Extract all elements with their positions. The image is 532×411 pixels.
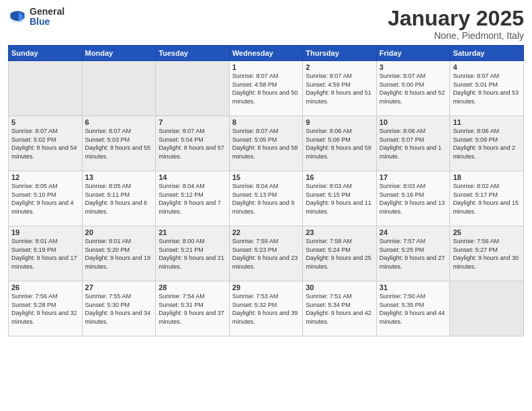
- calendar-cell: 25Sunrise: 7:56 AM Sunset: 5:27 PM Dayli…: [450, 226, 524, 281]
- calendar-cell: 2Sunrise: 8:07 AM Sunset: 4:59 PM Daylig…: [303, 61, 377, 116]
- calendar-cell: 31Sunrise: 7:50 AM Sunset: 5:35 PM Dayli…: [376, 281, 450, 336]
- calendar-cell: 24Sunrise: 7:57 AM Sunset: 5:25 PM Dayli…: [376, 226, 450, 281]
- page-container: General Blue January 2025 None, Piedmont…: [0, 0, 532, 342]
- header-friday: Friday: [376, 46, 450, 61]
- day-number: 8: [232, 118, 300, 126]
- calendar-cell: 26Sunrise: 7:56 AM Sunset: 5:28 PM Dayli…: [9, 281, 83, 336]
- day-info: Sunrise: 7:53 AM Sunset: 5:32 PM Dayligh…: [232, 292, 300, 326]
- calendar-cell: 11Sunrise: 8:06 AM Sunset: 5:09 PM Dayli…: [450, 116, 524, 171]
- day-info: Sunrise: 7:57 AM Sunset: 5:25 PM Dayligh…: [380, 237, 447, 271]
- logo-general-text: General: [30, 7, 64, 17]
- calendar-cell: 15Sunrise: 8:04 AM Sunset: 5:13 PM Dayli…: [229, 171, 303, 226]
- day-number: 29: [232, 283, 300, 291]
- day-info: Sunrise: 7:56 AM Sunset: 5:27 PM Dayligh…: [453, 237, 521, 271]
- day-info: Sunrise: 8:07 AM Sunset: 5:01 PM Dayligh…: [453, 72, 521, 105]
- calendar-cell: 9Sunrise: 8:06 AM Sunset: 5:06 PM Daylig…: [303, 116, 377, 171]
- day-number: 16: [306, 173, 373, 181]
- day-number: 17: [380, 173, 447, 181]
- day-number: 10: [380, 118, 447, 126]
- logo: General Blue: [8, 7, 64, 28]
- day-info: Sunrise: 7:55 AM Sunset: 5:30 PM Dayligh…: [85, 292, 153, 326]
- day-number: 27: [85, 283, 153, 291]
- calendar-cell: 29Sunrise: 7:53 AM Sunset: 5:32 PM Dayli…: [229, 281, 303, 336]
- day-number: 20: [85, 228, 153, 236]
- day-number: 11: [453, 118, 521, 126]
- header-wednesday: Wednesday: [229, 46, 303, 61]
- calendar-cell: 27Sunrise: 7:55 AM Sunset: 5:30 PM Dayli…: [82, 281, 156, 336]
- day-info: Sunrise: 8:01 AM Sunset: 5:20 PM Dayligh…: [85, 237, 153, 271]
- day-info: Sunrise: 8:07 AM Sunset: 4:58 PM Dayligh…: [232, 72, 300, 105]
- calendar-cell: 22Sunrise: 7:59 AM Sunset: 5:23 PM Dayli…: [229, 226, 303, 281]
- day-info: Sunrise: 8:06 AM Sunset: 5:07 PM Dayligh…: [380, 127, 447, 161]
- day-info: Sunrise: 7:50 AM Sunset: 5:35 PM Dayligh…: [380, 292, 447, 326]
- day-info: Sunrise: 8:07 AM Sunset: 5:00 PM Dayligh…: [380, 72, 447, 105]
- day-number: 2: [306, 63, 373, 71]
- header-thursday: Thursday: [303, 46, 377, 61]
- day-info: Sunrise: 8:07 AM Sunset: 5:04 PM Dayligh…: [159, 127, 226, 161]
- day-number: 25: [453, 228, 521, 236]
- calendar-cell: 13Sunrise: 8:05 AM Sunset: 5:11 PM Dayli…: [82, 171, 156, 226]
- day-number: 7: [159, 118, 226, 126]
- week-row-2: 5Sunrise: 8:07 AM Sunset: 5:02 PM Daylig…: [9, 116, 524, 171]
- day-number: 22: [232, 228, 300, 236]
- calendar-cell: [450, 281, 524, 336]
- calendar-cell: [9, 61, 83, 116]
- day-number: 9: [306, 118, 373, 126]
- header-tuesday: Tuesday: [156, 46, 230, 61]
- calendar-cell: 12Sunrise: 8:05 AM Sunset: 5:10 PM Dayli…: [9, 171, 83, 226]
- day-info: Sunrise: 8:07 AM Sunset: 5:02 PM Dayligh…: [11, 127, 79, 161]
- header-saturday: Saturday: [450, 46, 524, 61]
- day-info: Sunrise: 8:07 AM Sunset: 5:05 PM Dayligh…: [232, 127, 300, 161]
- location: None, Piedmont, Italy: [388, 30, 524, 41]
- header-sunday: Sunday: [9, 46, 83, 61]
- month-title: January 2025: [388, 7, 524, 30]
- day-info: Sunrise: 8:05 AM Sunset: 5:11 PM Dayligh…: [85, 182, 153, 216]
- day-number: 6: [85, 118, 153, 126]
- calendar-cell: [82, 61, 156, 116]
- calendar-cell: 20Sunrise: 8:01 AM Sunset: 5:20 PM Dayli…: [82, 226, 156, 281]
- logo-icon: [8, 7, 27, 26]
- day-number: 3: [380, 63, 447, 71]
- day-number: 21: [159, 228, 226, 236]
- calendar-cell: 30Sunrise: 7:51 AM Sunset: 5:34 PM Dayli…: [303, 281, 377, 336]
- day-number: 5: [11, 118, 79, 126]
- day-info: Sunrise: 8:04 AM Sunset: 5:12 PM Dayligh…: [159, 182, 226, 216]
- day-info: Sunrise: 8:05 AM Sunset: 5:10 PM Dayligh…: [11, 182, 79, 216]
- day-number: 26: [11, 283, 79, 291]
- calendar-cell: 4Sunrise: 8:07 AM Sunset: 5:01 PM Daylig…: [450, 61, 524, 116]
- calendar-cell: 18Sunrise: 8:02 AM Sunset: 5:17 PM Dayli…: [450, 171, 524, 226]
- day-number: 28: [159, 283, 226, 291]
- calendar-cell: 7Sunrise: 8:07 AM Sunset: 5:04 PM Daylig…: [156, 116, 230, 171]
- day-info: Sunrise: 8:06 AM Sunset: 5:09 PM Dayligh…: [453, 127, 521, 161]
- day-number: 15: [232, 173, 300, 181]
- day-info: Sunrise: 8:07 AM Sunset: 5:03 PM Dayligh…: [85, 127, 153, 161]
- day-number: 1: [232, 63, 300, 71]
- days-header-row: Sunday Monday Tuesday Wednesday Thursday…: [9, 46, 524, 61]
- calendar-cell: [156, 61, 230, 116]
- header-monday: Monday: [82, 46, 156, 61]
- day-info: Sunrise: 7:56 AM Sunset: 5:28 PM Dayligh…: [11, 292, 79, 326]
- day-info: Sunrise: 8:02 AM Sunset: 5:17 PM Dayligh…: [453, 182, 521, 216]
- calendar-cell: 8Sunrise: 8:07 AM Sunset: 5:05 PM Daylig…: [229, 116, 303, 171]
- calendar-cell: 19Sunrise: 8:01 AM Sunset: 5:19 PM Dayli…: [9, 226, 83, 281]
- calendar-cell: 1Sunrise: 8:07 AM Sunset: 4:58 PM Daylig…: [229, 61, 303, 116]
- day-number: 19: [11, 228, 79, 236]
- day-number: 12: [11, 173, 79, 181]
- day-number: 24: [380, 228, 447, 236]
- calendar-cell: 28Sunrise: 7:54 AM Sunset: 5:31 PM Dayli…: [156, 281, 230, 336]
- day-info: Sunrise: 7:58 AM Sunset: 5:24 PM Dayligh…: [306, 237, 373, 271]
- calendar-cell: 14Sunrise: 8:04 AM Sunset: 5:12 PM Dayli…: [156, 171, 230, 226]
- week-row-5: 26Sunrise: 7:56 AM Sunset: 5:28 PM Dayli…: [9, 281, 524, 336]
- logo-text: General Blue: [30, 7, 64, 28]
- calendar-cell: 5Sunrise: 8:07 AM Sunset: 5:02 PM Daylig…: [9, 116, 83, 171]
- header: General Blue January 2025 None, Piedmont…: [8, 7, 524, 41]
- calendar-table: Sunday Monday Tuesday Wednesday Thursday…: [8, 45, 524, 336]
- title-block: January 2025 None, Piedmont, Italy: [388, 7, 524, 41]
- calendar-cell: 23Sunrise: 7:58 AM Sunset: 5:24 PM Dayli…: [303, 226, 377, 281]
- day-info: Sunrise: 8:01 AM Sunset: 5:19 PM Dayligh…: [11, 237, 79, 271]
- calendar-cell: 21Sunrise: 8:00 AM Sunset: 5:21 PM Dayli…: [156, 226, 230, 281]
- day-number: 30: [306, 283, 373, 291]
- logo-blue-text: Blue: [30, 17, 64, 27]
- day-number: 14: [159, 173, 226, 181]
- day-info: Sunrise: 7:59 AM Sunset: 5:23 PM Dayligh…: [232, 237, 300, 271]
